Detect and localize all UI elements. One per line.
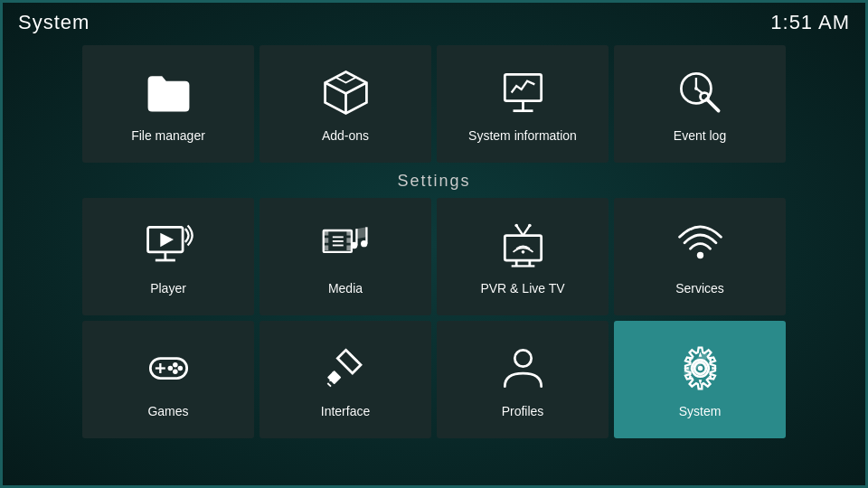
svg-point-37 xyxy=(521,250,524,254)
profiles-label: Profiles xyxy=(502,404,544,418)
svg-line-9 xyxy=(706,99,718,110)
svg-rect-18 xyxy=(323,245,328,250)
svg-point-8 xyxy=(694,87,698,90)
event-log-label: Event log xyxy=(674,128,726,143)
media-icon xyxy=(318,218,373,272)
interface-label: Interface xyxy=(321,404,370,418)
header: System 1:51 AM xyxy=(0,0,868,45)
system-icon xyxy=(673,341,727,395)
svg-point-28 xyxy=(361,240,367,247)
services-icon xyxy=(673,218,727,272)
pvr-live-tv-icon xyxy=(495,218,550,272)
tile-interface[interactable]: Interface xyxy=(259,321,431,438)
add-ons-label: Add-ons xyxy=(322,128,369,143)
event-log-icon xyxy=(673,65,727,119)
system-label: System xyxy=(679,404,722,418)
games-label: Games xyxy=(147,404,188,418)
svg-rect-17 xyxy=(323,238,328,243)
tile-event-log[interactable]: Event log xyxy=(614,45,786,163)
pvr-live-tv-label: PVR & Live TV xyxy=(480,281,564,296)
media-label: Media xyxy=(328,281,363,296)
svg-point-45 xyxy=(167,365,173,371)
settings-row-2: Games Interface xyxy=(82,321,786,438)
games-icon xyxy=(141,341,195,395)
interface-icon xyxy=(318,341,373,395)
svg-line-48 xyxy=(337,358,353,373)
svg-point-35 xyxy=(514,223,518,227)
tile-add-ons[interactable]: Add-ons xyxy=(259,45,431,163)
file-manager-icon xyxy=(141,65,195,119)
svg-line-33 xyxy=(516,225,523,235)
svg-rect-20 xyxy=(346,238,352,243)
tile-profiles[interactable]: Profiles xyxy=(437,321,609,438)
tile-system[interactable]: System xyxy=(614,321,786,438)
svg-line-51 xyxy=(327,383,331,387)
svg-point-43 xyxy=(177,365,183,371)
add-ons-icon xyxy=(318,65,373,119)
tile-services[interactable]: Services xyxy=(614,198,786,315)
svg-rect-19 xyxy=(346,230,352,236)
svg-point-36 xyxy=(528,223,532,227)
tile-file-manager[interactable]: File manager xyxy=(82,45,254,163)
svg-point-27 xyxy=(351,241,357,248)
page-title: System xyxy=(18,11,90,34)
svg-point-42 xyxy=(173,362,178,368)
svg-line-34 xyxy=(523,225,529,235)
tile-player[interactable]: Player xyxy=(82,198,254,315)
services-label: Services xyxy=(675,281,724,296)
svg-point-52 xyxy=(514,350,531,366)
svg-rect-21 xyxy=(346,245,352,250)
svg-point-10 xyxy=(700,92,708,100)
svg-point-54 xyxy=(697,365,703,371)
player-icon xyxy=(141,218,195,272)
svg-line-50 xyxy=(349,353,357,361)
tile-media[interactable]: Media xyxy=(259,198,431,315)
top-row: File manager Add-ons xyxy=(82,45,786,163)
clock: 1:51 AM xyxy=(770,11,850,34)
profiles-icon xyxy=(495,341,550,395)
tile-system-information[interactable]: System information xyxy=(437,45,609,163)
player-label: Player xyxy=(150,281,186,296)
system-information-icon xyxy=(495,65,550,119)
system-information-label: System information xyxy=(468,128,577,143)
svg-marker-14 xyxy=(160,232,174,247)
main-content: File manager Add-ons xyxy=(0,45,868,444)
svg-rect-16 xyxy=(323,230,328,236)
settings-row-1: Player xyxy=(82,198,786,315)
settings-section-label: Settings xyxy=(397,163,470,198)
tile-games[interactable]: Games xyxy=(82,321,254,438)
svg-point-44 xyxy=(173,369,178,374)
file-manager-label: File manager xyxy=(131,128,205,143)
svg-point-38 xyxy=(696,251,703,258)
tile-pvr-live-tv[interactable]: PVR & Live TV xyxy=(437,198,609,315)
